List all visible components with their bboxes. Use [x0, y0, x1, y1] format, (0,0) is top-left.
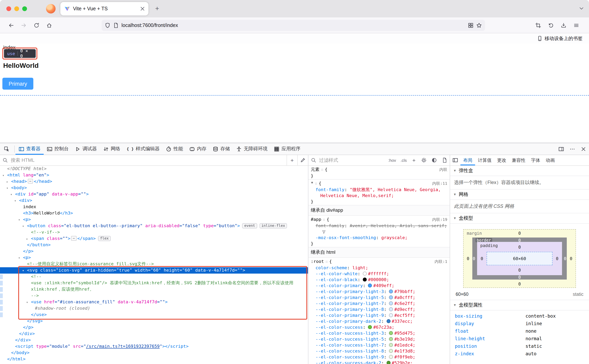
- rule-source-link[interactable]: 内联:1: [435, 259, 447, 265]
- css-declaration[interactable]: --el-color-primary: #409eff;: [308, 283, 450, 289]
- sidebar-tab-computed[interactable]: 计算值: [475, 155, 494, 165]
- markup-row[interactable]: ▾<button class="el-button el-button--pri…: [0, 223, 308, 229]
- window-close-button[interactable]: [6, 6, 11, 11]
- sidebar-tab-changes[interactable]: 更改: [494, 155, 509, 165]
- color-swatch[interactable]: [389, 343, 393, 347]
- color-swatch[interactable]: [389, 289, 393, 293]
- screenshot-icon[interactable]: [532, 19, 544, 31]
- tool-tab-style-editor[interactable]: { }样式编辑器: [123, 143, 163, 155]
- color-swatch[interactable]: [368, 325, 372, 329]
- color-swatch[interactable]: [387, 319, 390, 323]
- tool-tab-application[interactable]: 应用程序: [271, 143, 304, 155]
- property-name[interactable]: color-scheme: [316, 265, 347, 270]
- color-swatch[interactable]: [389, 331, 393, 335]
- css-declaration[interactable]: --el-color-primary-light-8: #d9ecff;: [308, 306, 450, 312]
- twisty-icon[interactable]: ▾: [14, 198, 16, 204]
- pick-element-icon[interactable]: [0, 143, 13, 155]
- border-bottom-value[interactable]: 0: [518, 275, 521, 280]
- twisty-icon[interactable]: ▾: [6, 185, 8, 192]
- color-swatch[interactable]: [368, 284, 372, 287]
- css-declaration[interactable]: --el-color-success-light-7: #d1edc4;: [308, 342, 450, 348]
- markup-badge[interactable]: event: [242, 223, 257, 228]
- color-swatch[interactable]: [389, 295, 393, 299]
- property-value[interactable]: #529b2e;: [392, 360, 413, 364]
- new-tab-button[interactable]: +: [152, 4, 162, 13]
- css-declaration[interactable]: font-family: Avenir, Helvetica, Arial, s…: [308, 223, 450, 235]
- markup-row[interactable]: <use :xlink:href="symbolId"/> 慕课中写法为xlin…: [0, 280, 308, 286]
- property-value[interactable]: Avenir, Helvetica, Arial, sans-serif;: [350, 223, 447, 228]
- property-value[interactable]: #e1f3d8;: [394, 349, 415, 354]
- markup-row[interactable]: xlink:href，应该使用href。: [0, 286, 308, 293]
- add-node-button[interactable]: +: [287, 155, 297, 165]
- markup-row[interactable]: ▾<div>: [0, 197, 308, 204]
- property-value[interactable]: #67c23a;: [373, 325, 394, 330]
- property-name[interactable]: --el-color-primary-dark-2: [316, 319, 381, 324]
- responsive-design-icon[interactable]: [556, 143, 567, 155]
- css-declaration[interactable]: --el-color-white: #ffffff;: [308, 271, 450, 277]
- property-value[interactable]: #a0cfff;: [394, 295, 415, 300]
- sidebar-tab-fonts[interactable]: 字体: [528, 155, 543, 165]
- markup-row[interactable]: </body>: [0, 350, 308, 356]
- extensions-icon[interactable]: [468, 22, 474, 28]
- class-toggle-button[interactable]: .cls: [398, 155, 409, 165]
- markup-row[interactable]: <h3>HelloWorld</h3>: [0, 210, 308, 216]
- markup-row[interactable]: <!--使用自定义标签引用icon-assurance_fill.svg文件--…: [0, 261, 308, 267]
- markup-row[interactable]: <!--v-if-->: [0, 229, 308, 235]
- property-name[interactable]: --el-color-primary-light-5: [316, 295, 384, 300]
- property-name[interactable]: --el-color-success-light-7: [316, 343, 384, 348]
- css-declaration[interactable]: --el-color-primary-light-3: #79bbff;: [308, 289, 450, 295]
- rule-source-link[interactable]: 内联:11: [432, 180, 447, 187]
- rule-source-link[interactable]: 内联:19: [432, 216, 447, 223]
- color-swatch[interactable]: [389, 313, 393, 317]
- markup-row[interactable]: ▾<svg class="icon-svg" aria-hidden="true…: [0, 267, 308, 273]
- color-swatch[interactable]: [389, 355, 393, 359]
- rule-selector[interactable]: *: [311, 181, 313, 186]
- rule-selector[interactable]: #app: [311, 217, 321, 222]
- css-declaration[interactable]: --el-color-success-dark-2: #529b2e;: [308, 360, 450, 364]
- primary-button[interactable]: Primary: [2, 78, 33, 90]
- url-bar[interactable]: localhost:7600/front/index: [102, 20, 485, 31]
- css-declaration[interactable]: color-scheme: light;: [308, 265, 450, 271]
- reload-button[interactable]: [30, 19, 43, 31]
- app-menu-button[interactable]: [570, 19, 583, 31]
- markup-row[interactable]: </html>: [0, 356, 308, 362]
- margin-top-value[interactable]: 0: [518, 231, 521, 235]
- rule-source-link[interactable]: 内联: [439, 167, 447, 173]
- tool-tab-storage[interactable]: 存储: [210, 143, 233, 155]
- box-model-margin[interactable]: margin 0 0 0 0 border 0 0 0 0 padding 0: [463, 229, 576, 288]
- tool-tab-memory[interactable]: 内存: [186, 143, 210, 155]
- selector-highlight-icon[interactable]: ∷: [321, 168, 323, 172]
- markup-row[interactable]: </div>: [0, 331, 308, 337]
- property-name[interactable]: -moz-osx-font-smoothing: [316, 235, 376, 240]
- markup-row[interactable]: <script type="module" src="/src/main.ts?…: [0, 343, 308, 350]
- property-name[interactable]: --el-color-primary: [316, 283, 363, 288]
- sidebar-tab-animations[interactable]: 动画: [543, 155, 558, 165]
- light-scheme-icon[interactable]: [419, 155, 429, 165]
- forward-button[interactable]: [17, 19, 30, 31]
- box-model-content[interactable]: 60×60: [487, 252, 552, 265]
- twisty-icon[interactable]: ▾: [22, 268, 24, 274]
- markup-row[interactable]: ▾<div id="app" data-v-app="">: [0, 191, 308, 197]
- markup-row[interactable]: ▸<head>⋯</head>: [0, 178, 308, 185]
- css-declaration[interactable]: --el-color-black: #000000;: [308, 277, 450, 283]
- selector-highlight-icon[interactable]: ∷: [323, 218, 325, 222]
- markup-badge[interactable]: inline-flex: [259, 223, 287, 228]
- twisty-icon[interactable]: ▾: [22, 223, 24, 230]
- bookmarks-folder-label[interactable]: 移动设备上的书签: [544, 35, 583, 42]
- property-name[interactable]: font-family: [316, 187, 344, 192]
- box-model-section-header[interactable]: ▼ 盒模型: [450, 213, 589, 224]
- markup-row[interactable]: <!DOCTYPE html>: [0, 166, 308, 172]
- url-text[interactable]: localhost:7600/front/index: [121, 22, 465, 28]
- property-value[interactable]: #ffffff;: [368, 271, 389, 276]
- layout-property-row[interactable]: z-indexauto: [450, 350, 589, 357]
- property-name[interactable]: font-family: [316, 223, 344, 228]
- markup-row[interactable]: </button>: [0, 242, 308, 248]
- property-name[interactable]: --el-color-primary-light-3: [316, 289, 384, 294]
- code-segment[interactable]: /src/main.ts?t=1691932397659: [86, 344, 160, 349]
- overridden-filter-icon[interactable]: [322, 230, 326, 234]
- tool-tab-debugger[interactable]: 调试器: [72, 143, 100, 155]
- twisty-icon[interactable]: ▸: [26, 236, 28, 242]
- markup-row[interactable]: </div>: [0, 337, 308, 343]
- markup-row[interactable]: ▾<html lang="en">: [0, 172, 308, 178]
- property-value[interactable]: #79bbff;: [394, 289, 415, 294]
